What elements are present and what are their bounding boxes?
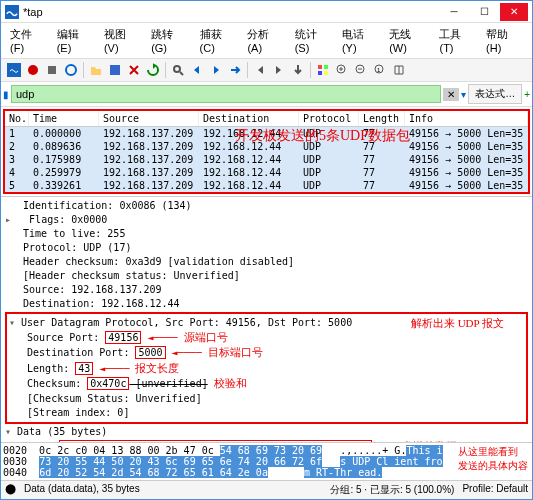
stop-capture-icon[interactable] <box>24 61 42 79</box>
zoom-out-icon[interactable] <box>352 61 370 79</box>
titlebar: *tap ─ ☐ ✕ <box>1 1 532 23</box>
svg-point-6 <box>174 66 180 72</box>
apply-filter-icon[interactable]: ▾ <box>461 89 466 100</box>
zoom-in-icon[interactable] <box>333 61 351 79</box>
annotation-dst-port: 目标端口号 <box>208 346 263 358</box>
menu-analyze[interactable]: 分析(A) <box>242 25 288 56</box>
svg-rect-7 <box>318 65 322 69</box>
wireshark-logo-icon <box>5 5 19 19</box>
prev-icon[interactable] <box>188 61 206 79</box>
menu-statistics[interactable]: 统计(S) <box>290 25 336 56</box>
annotation-udp: 解析出来 UDP 报文 <box>411 316 504 331</box>
svg-rect-3 <box>48 66 56 74</box>
menu-edit[interactable]: 编辑(E) <box>52 25 98 56</box>
menu-help[interactable]: 帮助(H) <box>481 25 528 56</box>
packet-header-row: No.TimeSourceDestinationProtocolLengthIn… <box>5 111 528 127</box>
menu-go[interactable]: 跳转(G) <box>146 25 193 56</box>
display-filter-input[interactable] <box>11 85 441 103</box>
last-icon[interactable] <box>270 61 288 79</box>
annotation-src-port: 源端口号 <box>184 331 228 343</box>
hex-row[interactable]: 0020 0c 2c c0 04 13 88 00 2b 47 0c 54 68… <box>3 445 530 456</box>
restart-capture-icon[interactable] <box>43 61 61 79</box>
bookmark-icon[interactable]: ▮ <box>3 89 9 100</box>
toolbar: 1 <box>1 59 532 82</box>
expression-button[interactable]: 表达式… <box>468 84 522 104</box>
find-icon[interactable] <box>169 61 187 79</box>
add-filter-icon[interactable]: + <box>524 89 530 100</box>
annotation-hex: 从这里能看到 发送的具体内容 <box>458 445 528 473</box>
svg-rect-0 <box>5 5 19 19</box>
annotation-length: 报文长度 <box>135 362 179 374</box>
svg-point-2 <box>28 65 38 75</box>
close-button[interactable]: ✕ <box>500 3 528 21</box>
svg-rect-10 <box>324 71 328 75</box>
window-title: *tap <box>23 6 440 18</box>
filter-bar: ▮ ✕ ▾ 表达式… + <box>1 82 532 107</box>
hex-row[interactable]: 0030 73 20 55 44 50 20 43 6c 69 65 6e 74… <box>3 456 530 467</box>
save-icon[interactable] <box>106 61 124 79</box>
statusbar: ⬤ Data (data.data), 35 bytes 分组: 5 · 已显示… <box>1 480 532 499</box>
svg-rect-5 <box>110 65 120 75</box>
zoom-reset-icon[interactable]: 1 <box>371 61 389 79</box>
menu-wireless[interactable]: 无线(W) <box>384 25 433 56</box>
packet-list[interactable]: No.TimeSourceDestinationProtocolLengthIn… <box>3 109 530 194</box>
svg-point-4 <box>66 65 76 75</box>
clear-filter-icon[interactable]: ✕ <box>443 88 459 101</box>
menu-view[interactable]: 视图(V) <box>99 25 145 56</box>
svg-rect-8 <box>324 65 328 69</box>
packet-details[interactable]: Identification: 0x0086 (134) Flags: 0x00… <box>1 196 532 442</box>
options-icon[interactable] <box>62 61 80 79</box>
resize-cols-icon[interactable] <box>390 61 408 79</box>
packet-row[interactable]: 50.339261192.168.137.209192.168.12.44UDP… <box>5 179 528 192</box>
packet-row[interactable]: 10.000000192.168.137.209192.168.12.44UDP… <box>5 127 528 140</box>
minimize-button[interactable]: ─ <box>440 3 468 21</box>
svg-rect-9 <box>318 71 322 75</box>
hex-view[interactable]: 0020 0c 2c c0 04 13 88 00 2b 47 0c 54 68… <box>1 442 532 480</box>
open-icon[interactable] <box>87 61 105 79</box>
start-capture-icon[interactable] <box>5 61 23 79</box>
close-file-icon[interactable] <box>125 61 143 79</box>
reload-icon[interactable] <box>144 61 162 79</box>
menu-tools[interactable]: 工具(T) <box>434 25 480 56</box>
menu-capture[interactable]: 捕获(C) <box>195 25 242 56</box>
menubar: 文件(F) 编辑(E) 视图(V) 跳转(G) 捕获(C) 分析(A) 统计(S… <box>1 23 532 59</box>
packet-row[interactable]: 40.259979192.168.137.209192.168.12.44UDP… <box>5 166 528 179</box>
packet-row[interactable]: 30.175989192.168.137.209192.168.12.44UDP… <box>5 153 528 166</box>
autoscroll-icon[interactable] <box>289 61 307 79</box>
packet-row[interactable]: 20.089636192.168.137.209192.168.12.44UDP… <box>5 140 528 153</box>
annotation-cksum: 校验和 <box>214 377 247 389</box>
hex-row[interactable]: 0040 6d 20 52 54 2d 54 68 72 65 61 64 2e… <box>3 467 530 478</box>
maximize-button[interactable]: ☐ <box>470 3 498 21</box>
goto-icon[interactable] <box>226 61 244 79</box>
first-icon[interactable] <box>251 61 269 79</box>
menu-file[interactable]: 文件(F) <box>5 25 51 56</box>
svg-rect-1 <box>7 63 21 77</box>
menu-telephony[interactable]: 电话(Y) <box>337 25 383 56</box>
svg-text:1: 1 <box>377 67 381 73</box>
colorize-icon[interactable] <box>314 61 332 79</box>
status-ready-icon: ⬤ <box>5 483 16 497</box>
next-icon[interactable] <box>207 61 225 79</box>
